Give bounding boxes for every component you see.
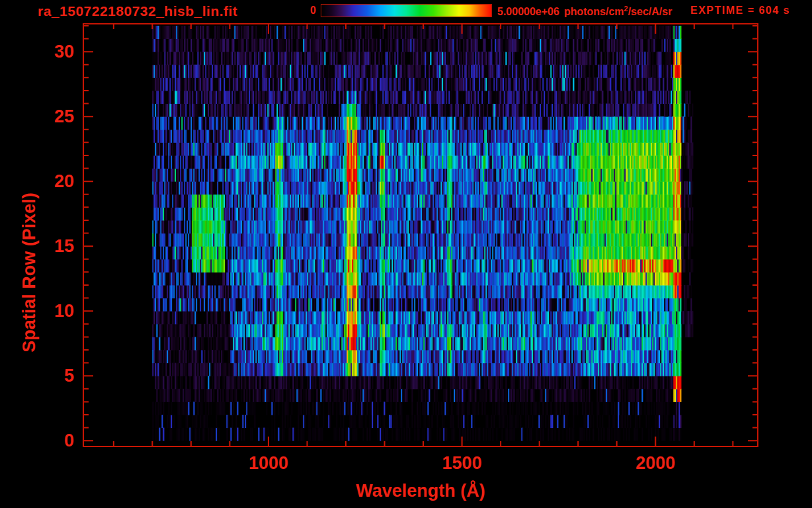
x-tick-label: 2000 bbox=[616, 453, 695, 474]
plot-title: ra_150722180732_hisb_lin.fit bbox=[38, 3, 237, 19]
colorbar-min-label: 0 bbox=[290, 5, 316, 17]
x-tick-label: 1500 bbox=[423, 453, 502, 474]
y-tick-label: 0 bbox=[38, 431, 74, 450]
y-tick-label: 5 bbox=[38, 366, 74, 386]
colorbar-units-suffix: /sec/A/sr bbox=[628, 6, 672, 17]
y-axis-label: Spatial Row (Pixel) bbox=[19, 192, 40, 353]
y-tick-label: 25 bbox=[38, 106, 74, 126]
y-tick-label: 30 bbox=[38, 42, 74, 62]
colorbar-max-value: 5.00000e+06 bbox=[497, 6, 559, 17]
colorbar-max-label: 5.00000e+06photons/cm2/sec/A/sr bbox=[497, 5, 672, 18]
y-tick-label: 10 bbox=[38, 301, 74, 321]
x-axis-label: Wavelength (Å) bbox=[356, 481, 485, 501]
heatmap-canvas bbox=[83, 23, 758, 447]
exptime-label: EXPTIME = 604 s bbox=[690, 5, 790, 17]
x-tick-label: 1000 bbox=[229, 453, 308, 474]
plot-window: ra_150722180732_hisb_lin.fit 0 5.00000e+… bbox=[0, 0, 812, 508]
colorbar bbox=[321, 4, 492, 17]
y-tick-label: 20 bbox=[38, 171, 74, 191]
y-tick-label: 15 bbox=[38, 236, 74, 256]
colorbar-units-prefix: photons/cm bbox=[564, 6, 624, 17]
colorbar-gradient bbox=[321, 5, 491, 17]
